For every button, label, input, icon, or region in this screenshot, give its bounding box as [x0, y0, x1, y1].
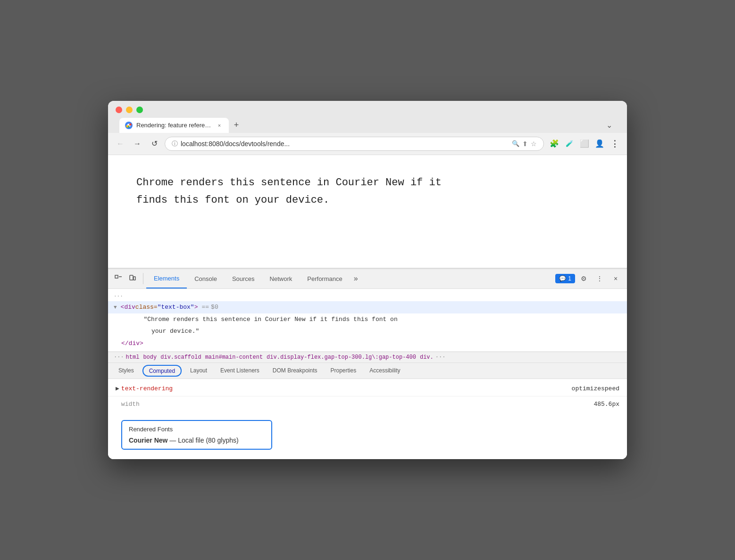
- dom-row-text-content2: your device.": [108, 325, 627, 338]
- settings-button[interactable]: ⚙: [577, 272, 590, 285]
- styles-tab-properties[interactable]: Properties: [324, 363, 363, 379]
- breadcrumb-body[interactable]: body: [143, 354, 157, 361]
- styles-tab-accessibility[interactable]: Accessibility: [363, 363, 407, 379]
- prop-expand-icon[interactable]: ▶: [116, 385, 119, 392]
- svg-rect-4: [130, 275, 133, 280]
- dom-row-ellipsis: ···: [108, 291, 627, 302]
- breadcrumb-ellipsis: ···: [114, 354, 124, 361]
- nav-icons-group: 🧩 🧪 ⬜ 👤 ⋮: [548, 137, 621, 150]
- tab-title: Rendering: feature reference -: [136, 122, 212, 129]
- breadcrumb-div-scaffold[interactable]: div.scaffold: [160, 354, 201, 361]
- breadcrumb-div-flex[interactable]: div.display-flex.gap-top-300.lg\:gap-top…: [267, 354, 416, 361]
- breadcrumb-more: ···: [435, 354, 446, 361]
- breadcrumb-bar: ··· html body div.scaffold main#main-con…: [108, 352, 627, 363]
- forward-button[interactable]: →: [131, 137, 144, 150]
- close-devtools-button[interactable]: ×: [609, 272, 622, 285]
- device-mode-icon[interactable]: [126, 272, 139, 285]
- rendered-fonts-entry: Courier New — Local file (80 glyphs): [129, 436, 265, 444]
- svg-rect-5: [134, 277, 135, 280]
- dom-open-tag: <div: [121, 303, 135, 312]
- dom-text-node: "Chrome renders this sentence in Courier…: [114, 315, 398, 324]
- devtools-right-tools: 💬 1 ⚙ ⋮ ×: [555, 272, 623, 285]
- toolbar-separator: [143, 273, 143, 284]
- dom-attr-class: class=: [135, 303, 158, 312]
- dom-equals: ==: [201, 303, 209, 312]
- extensions-icon[interactable]: 🧩: [548, 137, 561, 150]
- styles-tab-dom-breakpoints[interactable]: DOM Breakpoints: [266, 363, 324, 379]
- dom-ellipsis-1: ···: [114, 292, 123, 300]
- styles-tab-event-listeners[interactable]: Event Listeners: [214, 363, 266, 379]
- reload-button[interactable]: ↺: [148, 137, 161, 150]
- devtools-toolbar: Elements Console Sources Network Perform…: [108, 269, 627, 289]
- page-text-line2: finds this font on your device.: [136, 191, 599, 209]
- split-screen-icon[interactable]: ⬜: [578, 137, 591, 150]
- prop-value-width: 485.6px: [593, 401, 619, 408]
- computed-panel: ▶ text-rendering optimizespeed ▶ width 4…: [108, 379, 627, 413]
- bookmark-icon: ☆: [531, 140, 537, 148]
- more-menu-button[interactable]: ⋮: [608, 137, 621, 150]
- prop-name-width: width: [121, 401, 140, 408]
- new-tab-button[interactable]: +: [230, 119, 243, 132]
- profile-icon[interactable]: 🧪: [563, 137, 576, 150]
- font-name: Courier New: [129, 436, 167, 444]
- title-bar: Rendering: feature reference - × + ⌄: [108, 101, 627, 133]
- dom-row-closing: </div>: [108, 338, 627, 350]
- dom-row-text-content: "Chrome renders this sentence in Courier…: [108, 313, 627, 326]
- rendered-fonts-section: Rendered Fonts Courier New — Local file …: [108, 413, 627, 459]
- breadcrumb-html[interactable]: html: [126, 354, 140, 361]
- svg-rect-2: [115, 275, 118, 278]
- dom-ellipsis-2: ▼: [114, 304, 117, 312]
- breadcrumb-main[interactable]: main#main-content: [205, 354, 263, 361]
- tab-elements-label: Elements: [154, 275, 179, 282]
- chrome-favicon-icon: [125, 122, 133, 129]
- traffic-lights: [116, 107, 619, 113]
- tab-network[interactable]: Network: [262, 269, 300, 288]
- breadcrumb-div-last[interactable]: div.: [420, 354, 434, 361]
- minimize-window-button[interactable]: [126, 107, 133, 113]
- tab-console[interactable]: Console: [187, 269, 225, 288]
- rendered-fonts-box: Rendered Fonts Courier New — Local file …: [121, 420, 272, 450]
- dom-row-selected[interactable]: ▼ <div class= "text-box" > == $0: [108, 301, 627, 313]
- styles-tab-computed[interactable]: Computed: [142, 365, 182, 377]
- styles-tab-styles[interactable]: Styles: [112, 363, 141, 379]
- dom-id: $0: [211, 303, 218, 312]
- prop-name-text-rendering: text-rendering: [121, 385, 173, 392]
- tab-bar: Rendering: feature reference - × + ⌄: [116, 118, 619, 133]
- browser-tab-active[interactable]: Rendering: feature reference - ×: [119, 118, 229, 133]
- address-bar[interactable]: ⓘ localhost:8080/docs/devtools/rende... …: [165, 137, 544, 151]
- account-icon[interactable]: 👤: [593, 137, 606, 150]
- dom-attr-value-text: "text-box": [158, 303, 194, 312]
- dom-close-bracket: >: [194, 303, 198, 312]
- tab-overflow-button[interactable]: »: [350, 269, 362, 288]
- tab-overflow-icon: ⌄: [606, 121, 612, 130]
- dom-text-continuation: your device.": [114, 327, 199, 336]
- tab-console-label: Console: [194, 275, 217, 282]
- tab-elements[interactable]: Elements: [146, 269, 187, 288]
- font-dash: —: [169, 436, 178, 444]
- prop-row-width: ▶ width 485.6px: [108, 398, 627, 410]
- styles-tab-layout[interactable]: Layout: [184, 363, 214, 379]
- info-icon: ⓘ: [172, 140, 178, 148]
- devtools-tabs: Elements Console Sources Network Perform…: [146, 269, 362, 288]
- maximize-window-button[interactable]: [136, 107, 143, 113]
- inspect-element-icon[interactable]: [112, 272, 125, 285]
- devtools-panel: Elements Console Sources Network Perform…: [108, 268, 627, 460]
- page-content-area: Chrome renders this sentence in Courier …: [108, 155, 627, 268]
- back-button[interactable]: ←: [114, 137, 127, 150]
- tab-network-label: Network: [270, 275, 292, 282]
- prop-separator: [108, 396, 627, 396]
- prop-row-text-rendering: ▶ text-rendering optimizespeed: [108, 383, 627, 394]
- tab-overflow-button[interactable]: ⌄: [602, 119, 616, 132]
- styles-tabs-bar: Styles Computed Layout Event Listeners D…: [108, 363, 627, 379]
- dom-closing-tag: </div>: [114, 339, 143, 348]
- url-text: localhost:8080/docs/devtools/rende...: [181, 140, 509, 148]
- issues-badge-button[interactable]: 💬 1: [555, 274, 575, 283]
- tab-sources[interactable]: Sources: [225, 269, 262, 288]
- tab-performance[interactable]: Performance: [300, 269, 350, 288]
- dom-panel: ··· ▼ <div class= "text-box" > == $0 "Ch…: [108, 289, 627, 352]
- tab-close-button[interactable]: ×: [216, 122, 223, 129]
- close-window-button[interactable]: [116, 107, 122, 113]
- more-devtools-button[interactable]: ⋮: [593, 272, 606, 285]
- browser-window: Rendering: feature reference - × + ⌄ ← →…: [108, 101, 627, 460]
- tab-sources-label: Sources: [232, 275, 255, 282]
